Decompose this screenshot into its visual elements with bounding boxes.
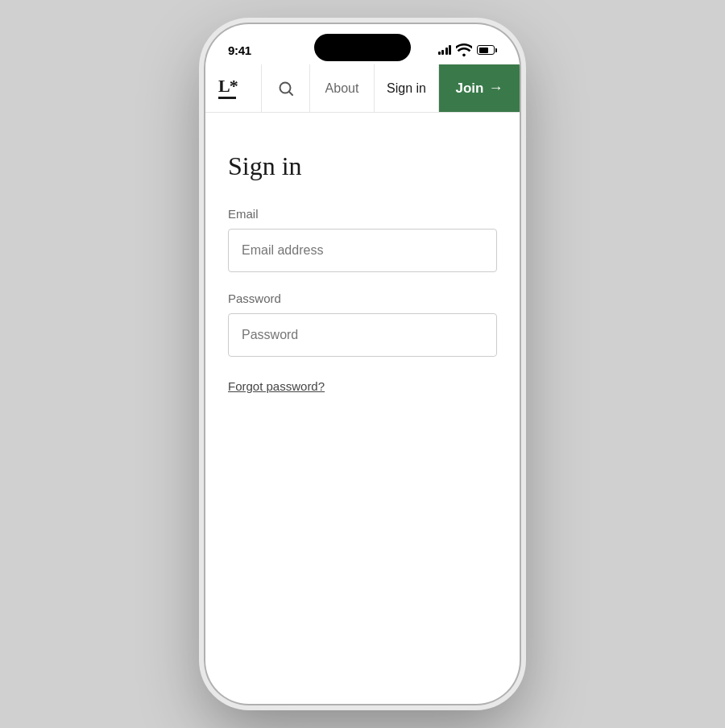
logo-underline (218, 97, 236, 99)
page-title: Sign in (228, 151, 497, 181)
search-button[interactable] (262, 64, 310, 112)
status-icons (438, 42, 498, 58)
password-input[interactable] (228, 313, 497, 357)
join-button[interactable]: Join → (439, 64, 520, 112)
nav-logo[interactable]: L* (205, 64, 262, 112)
email-input[interactable] (228, 229, 497, 272)
email-form-group: Email (228, 207, 497, 272)
about-nav-item[interactable]: About (310, 64, 375, 112)
nav-bar: L* About Sign in Join → (205, 64, 520, 113)
search-icon (278, 81, 294, 97)
wifi-icon (456, 42, 472, 58)
main-content: Sign in Email Password Forgot password? (205, 113, 520, 420)
signin-nav-item[interactable]: Sign in (375, 64, 439, 112)
battery-icon (477, 45, 497, 55)
forgot-password-link[interactable]: Forgot password? (228, 379, 325, 393)
signal-icon (438, 45, 452, 55)
phone-shell: 9:41 L* (205, 24, 520, 704)
dynamic-island (314, 34, 411, 61)
email-label: Email (228, 207, 497, 221)
status-time: 9:41 (228, 43, 251, 57)
password-label: Password (228, 292, 497, 305)
logo-text: L* (218, 76, 238, 96)
svg-line-1 (289, 92, 292, 95)
password-form-group: Password (228, 292, 497, 357)
arrow-icon: → (488, 80, 503, 97)
